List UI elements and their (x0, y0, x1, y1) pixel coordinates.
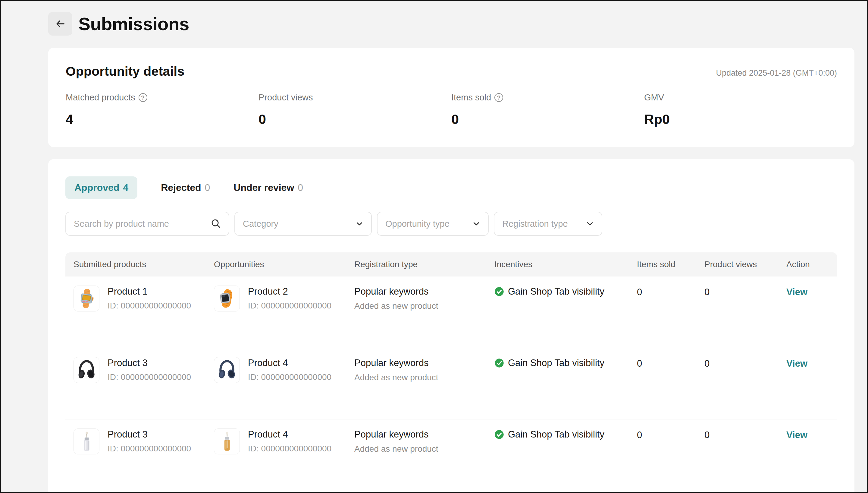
registration-type-cell: Popular keywords Added as new product (346, 285, 486, 348)
submissions-table: Submitted products Opportunities Registr… (65, 252, 837, 491)
product-search[interactable] (65, 212, 229, 236)
items-sold-cell: 0 (629, 428, 696, 491)
product-thumbnail (214, 357, 240, 383)
product-views-cell: 0 (696, 285, 778, 348)
tab-label: Rejected (161, 182, 201, 193)
help-icon[interactable] (139, 93, 147, 102)
stat-product-views: Product views 0 (258, 92, 451, 127)
chevron-down-icon (471, 219, 481, 229)
headphones-black-icon (75, 359, 98, 381)
product-views-cell: 0 (696, 428, 778, 491)
help-icon[interactable] (495, 93, 503, 102)
tab-under-review[interactable]: Under review 0 (233, 176, 303, 199)
incentives-cell: Gain Shop Tab visibility (486, 357, 629, 419)
headphones-navy-icon (216, 359, 238, 381)
stats-row: Matched products 4 Product views 0 Items… (66, 92, 837, 127)
dropdown-label: Category (243, 219, 278, 229)
product-thumbnail (73, 357, 99, 383)
watch-digital-orange-icon (75, 287, 98, 310)
product-thumbnail (214, 428, 240, 454)
view-link[interactable]: View (786, 428, 807, 441)
check-circle-icon (495, 287, 504, 296)
table-row: Product 3 ID: 000000000000000 Product 4 … (65, 348, 837, 420)
stat-value: 0 (451, 111, 644, 127)
product-views-cell: 0 (696, 357, 778, 419)
view-link[interactable]: View (786, 285, 807, 298)
product-name: Product 4 (248, 429, 332, 440)
tab-approved[interactable]: Approved 4 (65, 176, 137, 199)
opportunity-type-dropdown[interactable]: Opportunity type (377, 212, 489, 236)
product-name: Product 3 (108, 429, 191, 440)
product-id: ID: 000000000000000 (108, 372, 191, 382)
filters-row: Category Opportunity type Registration t… (65, 212, 837, 236)
stat-gmv: GMV Rp0 (644, 92, 837, 127)
registration-type-dropdown[interactable]: Registration type (494, 212, 602, 236)
tab-count: 4 (123, 182, 128, 193)
items-sold-cell: 0 (629, 357, 696, 419)
updated-timestamp: Updated 2025-01-28 (GMT+0:00) (716, 68, 837, 78)
product-thumbnail (73, 285, 99, 312)
submitted-product-cell: Product 3 ID: 000000000000000 (65, 428, 206, 491)
opportunity-product-cell: Product 4 ID: 000000000000000 (206, 428, 346, 491)
product-thumbnail (73, 428, 99, 454)
view-link[interactable]: View (786, 357, 807, 369)
column-header: Items sold (629, 260, 696, 269)
column-header: Incentives (486, 260, 629, 269)
page-header: Submissions (1, 1, 867, 36)
product-name: Product 3 (108, 358, 191, 368)
chevron-down-icon (585, 219, 595, 229)
product-id: ID: 000000000000000 (248, 372, 332, 382)
stat-value: 0 (258, 111, 451, 127)
tab-label: Under review (233, 182, 294, 193)
tab-count: 0 (205, 182, 210, 193)
opportunity-details-title: Opportunity details (66, 64, 184, 79)
registration-type-cell: Popular keywords Added as new product (346, 428, 486, 491)
chevron-down-icon (354, 219, 365, 229)
search-input[interactable] (74, 219, 205, 229)
status-tabs: Approved 4 Rejected 0 Under review 0 (65, 176, 837, 199)
dropper-bottle-silver-icon (75, 430, 98, 453)
column-header: Action (778, 260, 846, 269)
search-divider (205, 219, 205, 229)
stat-items-sold: Items sold 0 (451, 92, 644, 127)
column-header: Opportunities (206, 260, 346, 269)
product-name: Product 1 (108, 286, 191, 297)
dropdown-label: Opportunity type (385, 219, 450, 229)
search-icon[interactable] (210, 218, 222, 230)
back-button[interactable] (48, 12, 72, 36)
incentives-cell: Gain Shop Tab visibility (486, 428, 629, 491)
category-dropdown[interactable]: Category (234, 212, 372, 236)
product-thumbnail (214, 285, 240, 312)
submissions-card: Approved 4 Rejected 0 Under review 0 Cat… (48, 159, 854, 493)
column-header: Product views (696, 260, 778, 269)
stat-label: Items sold (451, 92, 491, 103)
opportunity-details-card: Opportunity details Updated 2025-01-28 (… (48, 48, 854, 147)
registration-type-cell: Popular keywords Added as new product (346, 357, 486, 419)
stat-value: 4 (66, 111, 258, 127)
product-id: ID: 000000000000000 (108, 444, 191, 453)
watch-smart-orange-icon (216, 287, 238, 310)
product-name: Product 4 (248, 358, 332, 368)
arrow-left-icon (53, 17, 67, 31)
submitted-product-cell: Product 1 ID: 000000000000000 (65, 285, 206, 348)
product-name: Product 2 (248, 286, 332, 297)
opportunity-product-cell: Product 2 ID: 000000000000000 (206, 285, 346, 348)
stat-value: Rp0 (644, 111, 837, 127)
stat-label: GMV (644, 92, 664, 103)
table-header: Submitted products Opportunities Registr… (65, 252, 837, 277)
check-circle-icon (495, 430, 504, 439)
column-header: Submitted products (65, 260, 206, 269)
stat-label: Matched products (66, 92, 135, 103)
stat-matched-products: Matched products 4 (66, 92, 258, 127)
tab-rejected[interactable]: Rejected 0 (161, 176, 210, 199)
page-title: Submissions (78, 14, 189, 35)
submitted-product-cell: Product 3 ID: 000000000000000 (65, 357, 206, 419)
product-id: ID: 000000000000000 (248, 444, 332, 453)
product-id: ID: 000000000000000 (248, 301, 332, 310)
items-sold-cell: 0 (629, 285, 696, 348)
column-header: Registration type (346, 260, 486, 269)
table-row: Product 3 ID: 000000000000000 Product 4 … (65, 420, 837, 491)
dropdown-label: Registration type (502, 219, 568, 229)
check-circle-icon (495, 358, 504, 368)
stat-label: Product views (258, 92, 313, 103)
